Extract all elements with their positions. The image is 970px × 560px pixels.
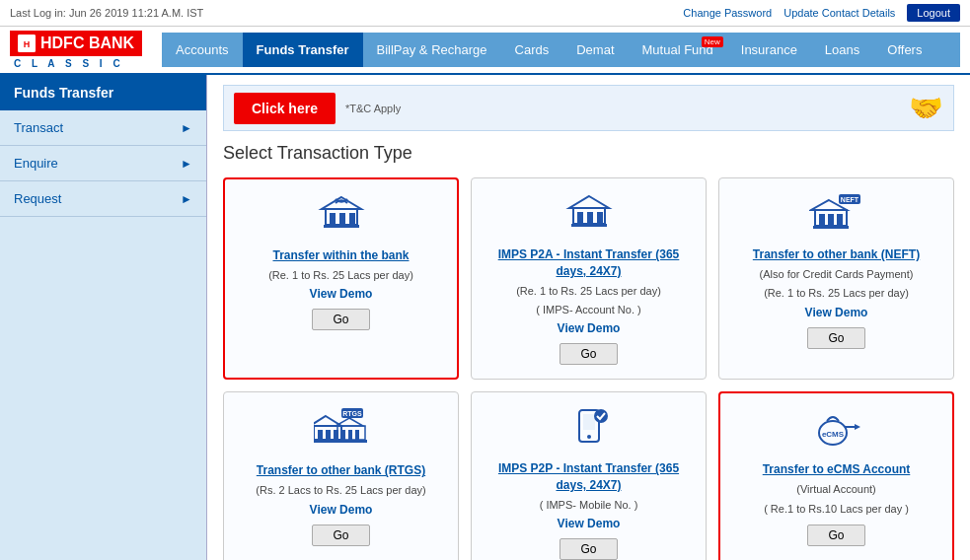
- svg-rect-6: [349, 213, 355, 225]
- svg-point-38: [587, 435, 591, 439]
- nav-cards[interactable]: Cards: [501, 33, 563, 67]
- card-neft: NEFT Transfer to other bank (NEFT) (Also…: [718, 177, 954, 380]
- nav-mutual-fund[interactable]: Mutual Fund New: [629, 33, 727, 67]
- svg-rect-12: [597, 212, 603, 224]
- svg-rect-26: [318, 430, 323, 440]
- update-contact-link[interactable]: Update Contact Details: [783, 7, 895, 19]
- banner: Click here *T&C Apply 🤝: [223, 85, 954, 131]
- neft-desc1: (Also for Credit Cards Payment): [760, 267, 914, 282]
- rtgs-icon: RTGS: [314, 406, 369, 455]
- imps-p2a-view-demo[interactable]: View Demo: [558, 321, 621, 335]
- nav-loans[interactable]: Loans: [811, 33, 873, 67]
- card-imps-p2a: IMPS P2A - Instant Transfer (365 days, 2…: [471, 177, 707, 380]
- sidebar-enquire-arrow: ►: [181, 157, 192, 171]
- within-bank-icon: [318, 193, 365, 240]
- svg-text:RTGS: RTGS: [342, 410, 362, 417]
- neft-go-button[interactable]: Go: [807, 327, 864, 349]
- svg-rect-13: [571, 224, 607, 227]
- nav-offers[interactable]: Offers: [873, 33, 935, 67]
- card-imps-p2p: IMPS P2P - Instant Transfer (365 days, 2…: [471, 391, 707, 560]
- imps-p2p-go-button[interactable]: Go: [560, 538, 617, 560]
- logo-box: H HDFC BANK: [10, 31, 142, 56]
- svg-marker-8: [569, 196, 609, 208]
- sidebar-item-enquire[interactable]: Enquire ►: [0, 146, 206, 181]
- svg-rect-32: [341, 430, 345, 440]
- last-login-text: Last Log in: Jun 26 2019 11:21 A.M. IST: [10, 7, 203, 19]
- sidebar-request-arrow: ►: [181, 192, 192, 206]
- sidebar: Funds Transfer Transact ► Enquire ► Requ…: [0, 75, 207, 560]
- change-password-link[interactable]: Change Password: [683, 7, 772, 19]
- imps-p2p-title[interactable]: IMPS P2P - Instant Transfer (365 days, 2…: [482, 460, 696, 494]
- imps-p2p-icon: [567, 406, 611, 453]
- top-bar: Last Log in: Jun 26 2019 11:21 A.M. IST …: [0, 0, 970, 27]
- tnc-text: *T&C Apply: [345, 103, 401, 114]
- svg-rect-10: [577, 212, 583, 224]
- content-area: Click here *T&C Apply 🤝 Select Transacti…: [207, 75, 970, 560]
- imps-p2a-icon: [565, 192, 613, 239]
- svg-text:eCMS: eCMS: [821, 430, 844, 439]
- imps-p2a-go-button[interactable]: Go: [560, 343, 617, 365]
- card-ecms: eCMS Transfer to eCMS Account (Virtual A…: [718, 391, 954, 560]
- rtgs-go-button[interactable]: Go: [312, 525, 369, 546]
- imps-p2p-desc1: ( IMPS- Mobile No. ): [540, 498, 638, 513]
- svg-rect-33: [348, 430, 352, 440]
- svg-rect-37: [583, 414, 595, 430]
- sidebar-transact-arrow: ►: [181, 121, 192, 135]
- rtgs-title[interactable]: Transfer to other bank (RTGS): [257, 462, 425, 479]
- top-bar-right: Change Password Update Contact Details L…: [683, 4, 960, 22]
- within-bank-go-button[interactable]: Go: [312, 309, 369, 330]
- svg-rect-27: [326, 430, 331, 440]
- click-here-button[interactable]: Click here: [234, 93, 336, 124]
- svg-rect-18: [819, 214, 825, 226]
- within-bank-desc1: (Re. 1 to Rs. 25 Lacs per day): [268, 268, 413, 283]
- svg-rect-19: [828, 214, 834, 226]
- new-badge: New: [702, 36, 723, 47]
- classic-text: C L A S S I C: [10, 58, 124, 69]
- svg-rect-35: [336, 440, 367, 443]
- nav-demat[interactable]: Demat: [562, 33, 628, 67]
- sidebar-title: Funds Transfer: [0, 75, 206, 110]
- rtgs-view-demo[interactable]: View Demo: [310, 503, 373, 517]
- svg-marker-42: [855, 424, 860, 430]
- section-title: Select Transaction Type: [223, 143, 954, 164]
- svg-text:NEFT: NEFT: [840, 196, 858, 203]
- bank-name: HDFC BANK: [40, 35, 134, 52]
- cards-grid-row2: RTGS: [223, 391, 954, 560]
- svg-rect-4: [330, 213, 336, 225]
- cards-grid-row1: Transfer within the bank (Re. 1 to Rs. 2…: [223, 177, 954, 380]
- imps-p2a-desc2: ( IMPS- Account No. ): [536, 303, 640, 317]
- svg-rect-5: [339, 213, 345, 225]
- sidebar-item-transact[interactable]: Transact ►: [0, 110, 206, 146]
- neft-title[interactable]: Transfer to other bank (NEFT): [753, 246, 920, 263]
- nav-billpay[interactable]: BillPay & Recharge: [363, 33, 501, 67]
- nav-funds-transfer[interactable]: Funds Transfer: [243, 33, 363, 67]
- within-bank-title[interactable]: Transfer within the bank: [272, 247, 409, 264]
- neft-desc2: (Re. 1 to Rs. 25 Lacs per day): [764, 286, 909, 301]
- neft-view-demo[interactable]: View Demo: [805, 306, 868, 319]
- ecms-desc2: ( Re.1 to Rs.10 Lacs per day ): [764, 502, 909, 517]
- within-bank-view-demo[interactable]: View Demo: [310, 287, 373, 301]
- sidebar-request-label: Request: [14, 191, 61, 206]
- main-layout: Funds Transfer Transact ► Enquire ► Requ…: [0, 75, 970, 560]
- ecms-icon: eCMS: [811, 407, 862, 454]
- neft-icon: NEFT: [809, 192, 864, 239]
- rtgs-desc1: (Rs. 2 Lacs to Rs. 25 Lacs per day): [256, 483, 425, 498]
- card-within-bank: Transfer within the bank (Re. 1 to Rs. 2…: [223, 177, 459, 380]
- sidebar-item-request[interactable]: Request ►: [0, 181, 206, 217]
- svg-rect-34: [355, 430, 359, 440]
- svg-point-39: [594, 409, 608, 423]
- ecms-go-button[interactable]: Go: [807, 525, 864, 546]
- svg-rect-7: [324, 225, 359, 228]
- imps-p2a-title[interactable]: IMPS P2A - Instant Transfer (365 days, 2…: [482, 246, 696, 280]
- logo-area: H HDFC BANK C L A S S I C: [10, 31, 142, 69]
- nav-insurance[interactable]: Insurance: [727, 33, 811, 67]
- ecms-desc1: (Virtual Account): [796, 482, 876, 497]
- imps-p2p-view-demo[interactable]: View Demo: [558, 517, 621, 530]
- logout-button[interactable]: Logout: [907, 4, 960, 22]
- imps-p2a-desc1: (Re. 1 to Rs. 25 Lacs per day): [516, 284, 661, 299]
- ecms-title[interactable]: Transfer to eCMS Account: [763, 461, 911, 478]
- nav-accounts[interactable]: Accounts: [162, 33, 242, 67]
- card-rtgs: RTGS: [223, 391, 459, 560]
- svg-rect-11: [587, 212, 593, 224]
- svg-text:H: H: [24, 39, 31, 49]
